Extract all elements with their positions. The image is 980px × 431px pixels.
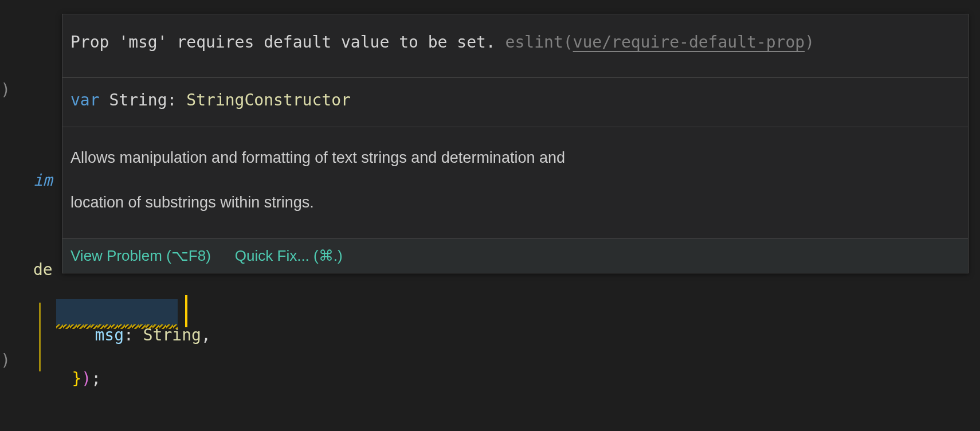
- view-problem-button[interactable]: View Problem (⌥F8): [70, 247, 211, 264]
- type-keyword: var: [70, 91, 100, 109]
- lint-paren: (: [563, 33, 573, 52]
- quick-fix-button[interactable]: Quick Fix... (⌘.): [235, 247, 343, 264]
- hover-type-section: var String: StringConstructor: [62, 78, 968, 127]
- semicolon: ;: [91, 369, 101, 388]
- text-cursor: [185, 295, 187, 327]
- comma: ,: [201, 326, 211, 344]
- lint-message: Prop 'msg' requires default value to be …: [70, 33, 505, 52]
- lint-source: eslint: [505, 33, 563, 52]
- doc-line: location of substrings within strings.: [70, 180, 960, 225]
- line-number: ): [0, 351, 10, 370]
- lint-paren: ): [805, 33, 814, 52]
- close-paren: ): [81, 369, 91, 388]
- hover-tooltip: Prop 'msg' requires default value to be …: [62, 14, 969, 273]
- doc-line: Allows manipulation and formatting of te…: [70, 135, 960, 180]
- type-var-name: String: [109, 91, 167, 109]
- hover-doc-section: Allows manipulation and formatting of te…: [62, 127, 968, 239]
- lint-rule-link[interactable]: vue/require-default-prop: [573, 33, 805, 52]
- line-number: ): [0, 80, 10, 99]
- code-line-import: im: [33, 170, 53, 191]
- type-colon: :: [167, 91, 187, 109]
- hover-lint-section: Prop 'msg' requires default value to be …: [62, 14, 968, 78]
- code-line-close: });: [33, 346, 101, 412]
- type-constructor: StringConstructor: [186, 91, 351, 109]
- code-editor[interactable]: ) ) </ <s im de msg: String, }); Prop 'm…: [0, 0, 980, 431]
- close-brace: }: [72, 369, 81, 388]
- warning-squiggle: [56, 324, 178, 329]
- code-line-define: de: [33, 259, 53, 281]
- hover-actions: View Problem (⌥F8)Quick Fix... (⌘.): [62, 239, 968, 273]
